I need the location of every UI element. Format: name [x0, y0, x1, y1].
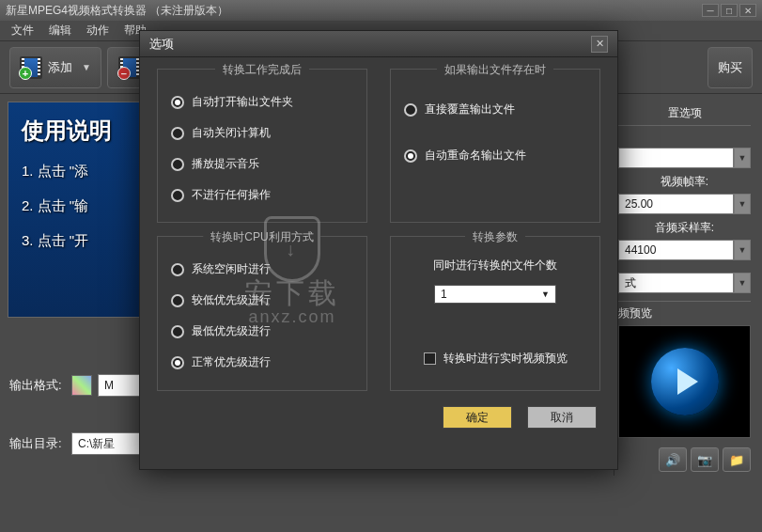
volume-icon[interactable]: 🔊 [659, 447, 687, 472]
radio-icon [171, 325, 184, 338]
chevron-down-icon: ▼ [541, 289, 550, 299]
radio-icon [171, 294, 184, 307]
maximize-button[interactable]: □ [721, 4, 738, 17]
radio-open-folder[interactable]: 自动打开输出文件夹 [169, 86, 355, 117]
sample-select[interactable]: 44100▼ [618, 240, 751, 260]
dialog-close-button[interactable]: ✕ [591, 36, 608, 53]
fps-label: 视频帧率: [618, 172, 751, 190]
ok-button[interactable]: 确定 [443, 406, 512, 429]
convert-params-group: 转换参数 同时进行转换的文件个数 1 ▼ 转换时进行实时视频预览 [390, 236, 600, 391]
radio-do-nothing[interactable]: 不进行任何操作 [169, 180, 355, 211]
video-preview [618, 325, 751, 438]
chevron-down-icon: ▼ [734, 148, 751, 168]
chevron-down-icon: ▼ [82, 62, 91, 72]
file-exists-group: 如果输出文件存在时 直接覆盖输出文件 自动重命名输出文件 [390, 69, 600, 223]
radio-icon [171, 189, 184, 202]
radio-idle[interactable]: 系统空闲时进行 [169, 254, 355, 285]
preview-title: 频预览 [618, 301, 751, 321]
snapshot-icon[interactable]: 📷 [691, 447, 719, 472]
radio-icon [171, 263, 184, 276]
menu-file[interactable]: 文件 [6, 21, 39, 40]
file-exists-legend: 如果输出文件存在时 [437, 62, 553, 78]
output-format-label: 输出格式: [9, 377, 66, 394]
after-convert-legend: 转换工作完成后 [215, 62, 309, 78]
sample-label: 音频采样率: [618, 218, 751, 236]
concurrent-label: 同时进行转换的文件个数 [433, 258, 557, 274]
radio-lowest[interactable]: 最低优先级进行 [169, 316, 355, 347]
radio-normal[interactable]: 正常优先级进行 [169, 347, 355, 378]
options-dialog: 选项 ✕ 转换工作完成后 自动打开输出文件夹 自动关闭计算机 播放提示音乐 不进… [139, 30, 618, 470]
radio-shutdown[interactable]: 自动关闭计算机 [169, 117, 355, 149]
radio-icon [404, 149, 417, 163]
radio-low[interactable]: 较低优先级进行 [169, 285, 355, 316]
chevron-down-icon: ▼ [734, 194, 751, 214]
radio-icon [404, 103, 417, 117]
chevron-down-icon: ▼ [734, 240, 751, 260]
output-dir-label: 输出目录: [9, 435, 66, 452]
format-thumb-icon [71, 375, 92, 396]
concurrent-select[interactable]: 1 ▼ [434, 285, 556, 304]
radio-overwrite[interactable]: 直接覆盖输出文件 [402, 86, 588, 133]
convert-params-legend: 转换参数 [465, 229, 525, 245]
folder-icon[interactable]: 📁 [723, 447, 751, 472]
radio-icon [171, 96, 184, 109]
cpu-usage-group: 转换时CPU利用方式 系统空闲时进行 较低优先级进行 最低优先级进行 正常优先级… [157, 236, 367, 391]
minimize-button[interactable]: ─ [702, 4, 719, 17]
radio-icon [171, 127, 184, 140]
add-button[interactable]: + 添加 ▼ [9, 47, 101, 88]
add-label: 添加 [48, 59, 72, 76]
radio-play-sound[interactable]: 播放提示音乐 [169, 149, 355, 180]
realtime-preview-check[interactable]: 转换时进行实时视频预览 [422, 343, 569, 374]
radio-rename[interactable]: 自动重命名输出文件 [402, 133, 588, 179]
chevron-down-icon: ▼ [734, 273, 751, 293]
play-icon[interactable] [651, 348, 719, 415]
buy-button[interactable]: 购买 [708, 47, 753, 88]
checkbox-icon [424, 352, 436, 365]
menu-edit[interactable]: 编辑 [43, 21, 77, 40]
close-button[interactable]: ✕ [739, 4, 756, 17]
menu-action[interactable]: 动作 [81, 21, 115, 40]
buy-label: 购买 [718, 59, 742, 76]
dialog-title: 选项 [149, 36, 174, 53]
window-titlebar: 新星MPEG4视频格式转换器 （未注册版本） ─ □ ✕ [0, 0, 762, 21]
radio-icon [171, 158, 184, 171]
film-icon: – [118, 56, 141, 79]
fps-select[interactable]: 25.00▼ [618, 194, 751, 214]
window-title: 新星MPEG4视频格式转换器 （未注册版本） [6, 3, 228, 19]
film-icon: + [20, 56, 42, 79]
after-convert-group: 转换工作完成后 自动打开输出文件夹 自动关闭计算机 播放提示音乐 不进行任何操作 [157, 69, 367, 223]
ext-select[interactable]: 式▼ [618, 273, 751, 293]
config-select-1[interactable]: ▼ [618, 148, 751, 168]
radio-icon [171, 356, 184, 369]
cpu-usage-legend: 转换时CPU利用方式 [203, 229, 320, 245]
config-title: 置选项 [618, 103, 751, 126]
cancel-button[interactable]: 取消 [527, 406, 597, 429]
